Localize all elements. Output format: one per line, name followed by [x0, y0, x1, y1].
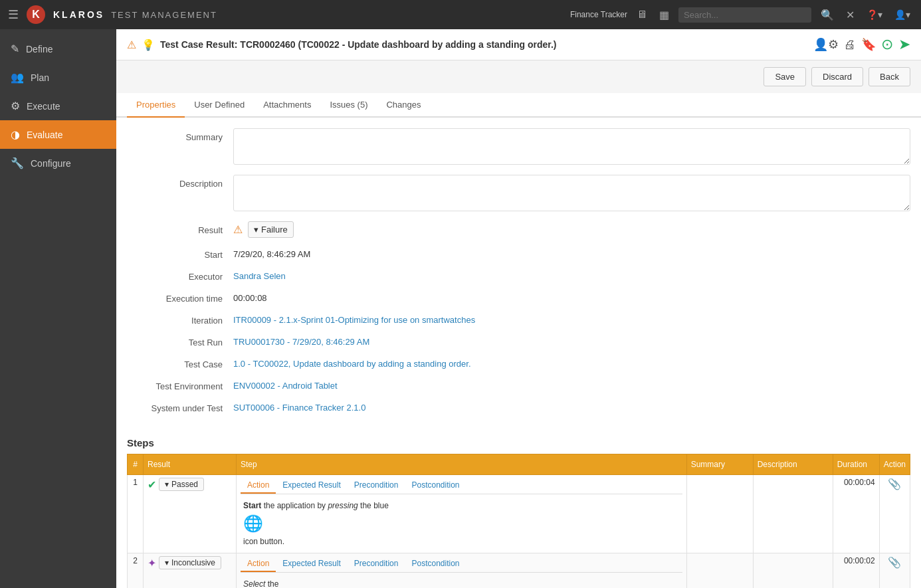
test-env-label: Test Environment	[127, 377, 233, 391]
step-1-tab-expected[interactable]: Expected Result	[276, 478, 347, 494]
step-2-inconclusive-icon: ✦	[148, 557, 156, 569]
tab-bar: Properties User Defined Attachments Issu…	[116, 93, 921, 118]
sidebar-item-define[interactable]: ✎ Define	[0, 35, 116, 63]
print-icon[interactable]: 🖨	[844, 38, 856, 52]
main-layout: ✎ Define 👥 Plan ⚙ Execute ◑ Evaluate 🔧 C…	[0, 29, 921, 588]
user-config-icon[interactable]: 👤⚙	[813, 37, 839, 52]
test-run-link[interactable]: TRU0001730 - 7/29/20, 8:46:29 AM	[233, 337, 369, 347]
step-1-result-arrow: ▾	[165, 480, 169, 489]
step-2-summary	[686, 553, 753, 589]
sidebar-item-evaluate[interactable]: ◑ Evaluate	[0, 120, 116, 149]
description-field	[233, 175, 910, 213]
description-label: Description	[127, 175, 233, 189]
sidebar-item-evaluate-label: Evaluate	[27, 130, 62, 140]
svg-text:K: K	[32, 9, 40, 20]
discard-button[interactable]: Discard	[811, 67, 863, 86]
table-row: 1 ✔ ▾ Passed A	[128, 475, 910, 553]
brand-subtitle: TEST MANAGEMENT	[111, 10, 217, 20]
test-env-link[interactable]: ENV00002 - Android Tablet	[233, 381, 338, 391]
step-2-tab-postcondition[interactable]: Postcondition	[405, 556, 466, 572]
define-icon: ✎	[11, 43, 19, 55]
result-warning-icon: ⚠	[233, 223, 243, 236]
main-content: ⚠ 💡 Test Case Result: TCR0002460 (TC0002…	[116, 29, 921, 588]
sidebar-item-plan[interactable]: 👥 Plan	[0, 63, 116, 92]
description-row: Description	[127, 175, 910, 213]
step-2-result-cell: ✦ ▾ Inconclusive	[144, 553, 237, 589]
sidebar-item-execute[interactable]: ⚙ Execute	[0, 92, 116, 120]
step-2-attach-icon[interactable]: 📎	[888, 557, 901, 568]
sut-row: System under Test SUT00006 - Finance Tra…	[127, 399, 910, 413]
step-2-tab-action[interactable]: Action	[241, 556, 276, 572]
logo-icon: K	[25, 4, 47, 25]
sut-label: System under Test	[127, 399, 233, 413]
result-field: ⚠ ▾ Failure	[233, 221, 910, 238]
hamburger-menu[interactable]: ☰	[8, 7, 19, 22]
sidebar-item-configure[interactable]: 🔧 Configure	[0, 149, 116, 177]
start-value: 7/29/20, 8:46:29 AM	[233, 246, 310, 259]
executor-field: Sandra Selen	[233, 268, 286, 281]
bookmark-icon[interactable]: 🔖	[861, 37, 876, 52]
step-2-tab-precondition[interactable]: Precondition	[348, 556, 405, 572]
page-header-left: ⚠ 💡 Test Case Result: TCR0002460 (TC0002…	[127, 39, 556, 51]
sut-link[interactable]: SUT00006 - Finance Tracker 2.1.0	[233, 403, 365, 413]
page-title: Test Case Result: TCR0002460 (TC00022 - …	[160, 39, 556, 50]
start-row: Start 7/29/20, 8:46:29 AM	[127, 246, 910, 260]
step-1-tab-postcondition[interactable]: Postcondition	[405, 478, 466, 494]
page-header-right: 👤⚙ 🖨 🔖 ⊙ ➤	[813, 36, 910, 53]
tab-issues[interactable]: Issues (5)	[320, 93, 377, 118]
step-1-content-cell: Action Expected Result Precondition Post…	[237, 475, 687, 553]
sidebar-item-plan-label: Plan	[31, 72, 49, 83]
col-header-num: #	[128, 454, 144, 475]
configure-icon: 🔧	[11, 157, 24, 169]
warning-icon: ⚠	[127, 39, 136, 51]
monitor-icon[interactable]: 🖥	[634, 6, 650, 23]
executor-link[interactable]: Sandra Selen	[233, 271, 286, 281]
iteration-field: ITR00009 - 2.1.x-Sprint 01-Optimizing fo…	[233, 312, 475, 325]
sut-field: SUT00006 - Finance Tracker 2.1.0	[233, 399, 365, 413]
summary-field	[233, 128, 910, 167]
step-2-tab-expected[interactable]: Expected Result	[276, 556, 347, 572]
user-menu-button[interactable]: 👤▾	[892, 7, 913, 23]
save-button[interactable]: Save	[764, 67, 806, 86]
sidebar-item-configure-label: Configure	[31, 158, 71, 169]
step-1-num: 1	[128, 475, 144, 553]
step-1-attach-icon[interactable]: 📎	[888, 478, 901, 490]
nav-prev-button[interactable]: ⊙	[881, 36, 893, 53]
step-1-tab-action[interactable]: Action	[241, 478, 276, 494]
iteration-label: Iteration	[127, 312, 233, 326]
brand-name: KLAROS	[53, 9, 104, 20]
step-1-result-label: Passed	[171, 480, 198, 489]
summary-textarea[interactable]	[233, 128, 910, 165]
summary-label: Summary	[127, 128, 233, 142]
step-2-result-badge[interactable]: ▾ Inconclusive	[159, 556, 221, 569]
help-button[interactable]: ❓▾	[864, 7, 885, 23]
step-2-tabs: Action Expected Result Precondition Post…	[241, 556, 682, 573]
result-row: Result ⚠ ▾ Failure	[127, 221, 910, 238]
execution-time-row: Execution time 00:00:08	[127, 290, 910, 304]
result-dropdown[interactable]: ▾ Failure	[248, 221, 294, 238]
grid-icon[interactable]: ▦	[657, 6, 672, 24]
step-2-duration: 00:00:02	[833, 553, 879, 589]
tab-attachments[interactable]: Attachments	[254, 93, 320, 118]
step-1-tabs: Action Expected Result Precondition Post…	[241, 478, 682, 494]
step-2-result-label: Inconclusive	[171, 558, 215, 567]
steps-title: Steps	[127, 437, 910, 448]
step-1-tab-precondition[interactable]: Precondition	[348, 478, 405, 494]
description-textarea[interactable]	[233, 175, 910, 211]
nav-next-button[interactable]: ➤	[898, 36, 910, 53]
back-button[interactable]: Back	[869, 67, 910, 86]
col-header-summary: Summary	[686, 454, 753, 475]
iteration-row: Iteration ITR00009 - 2.1.x-Sprint 01-Opt…	[127, 312, 910, 326]
search-input[interactable]	[678, 7, 811, 23]
search-button[interactable]: 🔍	[818, 6, 837, 24]
tab-properties[interactable]: Properties	[127, 93, 185, 118]
iteration-link[interactable]: ITR00009 - 2.1.x-Sprint 01-Optimizing fo…	[233, 315, 475, 325]
test-case-link[interactable]: 1.0 - TC00022, Update dashboard by addin…	[233, 359, 471, 369]
step-1-passed-icon: ✔	[148, 478, 156, 491]
tab-user-defined[interactable]: User Defined	[185, 93, 254, 118]
execute-icon: ⚙	[11, 100, 20, 112]
close-search-button[interactable]: ✕	[843, 6, 857, 24]
step-1-result-badge[interactable]: ▾ Passed	[159, 478, 204, 491]
step-2-description	[753, 553, 833, 589]
tab-changes[interactable]: Changes	[377, 93, 430, 118]
